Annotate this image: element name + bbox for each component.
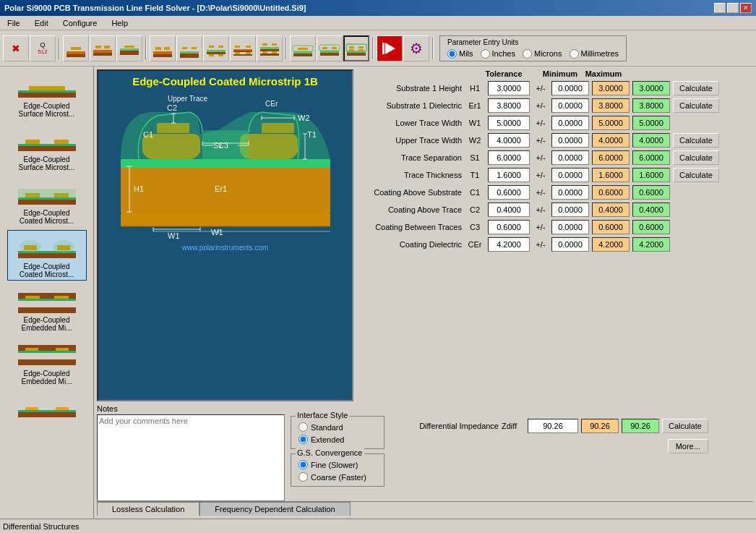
toolbar-btn-coated1[interactable]	[290, 35, 316, 61]
svg-rect-54	[347, 53, 366, 56]
tab-lossless[interactable]: Lossless Calculation	[97, 502, 199, 516]
param-input-4[interactable]	[488, 150, 530, 165]
svg-rect-30	[235, 52, 240, 54]
svg-rect-63	[54, 140, 69, 144]
toolbar-btn-coated3[interactable]	[343, 35, 369, 61]
svg-rect-64	[18, 144, 76, 146]
col-header-maximum: Maximum	[585, 69, 622, 78]
param-pm-4: +/-	[533, 153, 549, 162]
unit-microns[interactable]: Microns	[523, 49, 562, 59]
toolbar-btn-run[interactable]	[377, 35, 403, 61]
interface-extended[interactable]: Extended	[298, 435, 377, 444]
param-var-8: C3	[465, 223, 485, 231]
calc-btn-3[interactable]: Calculate	[673, 133, 719, 148]
tab-frequency[interactable]: Frequency Dependent Calculation	[199, 502, 350, 516]
svg-rect-39	[260, 54, 279, 56]
convergence-coarse[interactable]: Coarse (Faster)	[298, 472, 377, 482]
svg-rect-81	[18, 299, 76, 301]
toolbar-btn-diff3[interactable]	[203, 35, 229, 61]
sidebar-item-3[interactable]: Edge-CoupledCoated Microst...	[7, 230, 87, 281]
param-tol-4[interactable]	[551, 150, 589, 165]
calc-button-zdiff[interactable]: Calculate	[662, 419, 708, 433]
notes-textarea[interactable]	[97, 414, 285, 501]
minimize-button[interactable]: _	[714, 3, 726, 13]
param-input-9[interactable]	[488, 237, 530, 252]
interface-style-group: Interface Style Standard Extended	[291, 416, 385, 449]
param-input-1[interactable]	[488, 98, 530, 113]
convergence-fine[interactable]: Fine (Slower)	[298, 460, 377, 469]
param-tol-7[interactable]	[551, 202, 589, 217]
svg-rect-85	[56, 348, 69, 351]
param-max-5: 1.6000	[632, 168, 670, 182]
unit-inches[interactable]: Inches	[481, 49, 515, 59]
toolbar-btn-ms2[interactable]	[90, 35, 116, 61]
menu-file[interactable]: File	[3, 18, 25, 28]
svg-rect-87	[18, 359, 76, 365]
svg-text:C3: C3	[218, 141, 228, 150]
param-input-0[interactable]	[488, 81, 530, 95]
svg-rect-88	[18, 412, 76, 417]
toolbar-btn-ms1[interactable]	[63, 35, 89, 61]
toolbar-btn-cross[interactable]: ✖	[3, 35, 29, 61]
toolbar-btn-q512[interactable]: Q 512	[30, 35, 56, 61]
param-tol-2[interactable]	[551, 116, 589, 130]
interface-standard[interactable]: Standard	[298, 422, 377, 432]
calc-btn-4[interactable]: Calculate	[673, 150, 719, 165]
sidebar-item-2[interactable]: Edge-CoupledCoated Microst...	[7, 176, 87, 227]
toolbar-btn-diff2[interactable]	[176, 35, 202, 61]
param-tol-6[interactable]	[551, 185, 589, 200]
param-min-4: 6.0000	[592, 150, 630, 165]
param-tol-1[interactable]	[551, 98, 589, 113]
sidebar-item-5[interactable]: Edge-CoupledEmbedded Mi...	[7, 337, 87, 388]
param-var-6: C1	[465, 188, 485, 197]
svg-rect-84	[25, 348, 38, 351]
toolbar-btn-ms3[interactable]	[116, 35, 142, 61]
param-tol-8[interactable]	[551, 220, 589, 234]
sidebar-item-6[interactable]	[7, 391, 87, 425]
param-tol-5[interactable]	[551, 168, 589, 182]
unit-mils[interactable]: Mils	[447, 49, 473, 59]
calc-btn-0[interactable]: Calculate	[673, 81, 719, 95]
param-input-3[interactable]	[488, 133, 530, 148]
svg-rect-17	[192, 47, 197, 49]
menu-help[interactable]: Help	[107, 18, 132, 28]
sidebar-item-0[interactable]: Edge-CoupledSurface Microst...	[7, 69, 87, 120]
close-button[interactable]: ✕	[740, 3, 752, 13]
param-input-7[interactable]	[488, 202, 530, 217]
sidebar-item-4[interactable]: Edge-CoupledEmbedded Mi...	[7, 283, 87, 334]
param-input-5[interactable]	[488, 168, 530, 182]
menu-edit[interactable]: Edit	[30, 18, 53, 28]
param-pm-7: +/-	[533, 205, 549, 214]
param-input-8[interactable]	[488, 220, 530, 234]
diagram-title: Edge-Coupled Coated Microstrip 1B	[132, 75, 318, 88]
window-controls[interactable]: _ □ ✕	[714, 3, 752, 13]
param-var-5: T1	[465, 171, 485, 179]
svg-rect-9	[120, 51, 139, 53]
param-tol-3[interactable]	[551, 133, 589, 148]
toolbar-btn-diff4[interactable]	[230, 35, 256, 61]
svg-marker-56	[385, 43, 395, 54]
more-button[interactable]: More...	[668, 439, 708, 453]
svg-rect-50	[349, 46, 354, 48]
param-tol-9[interactable]	[551, 237, 589, 252]
more-button-container: More...	[398, 439, 708, 453]
toolbar-btn-diff5[interactable]	[257, 35, 283, 61]
restore-button[interactable]: □	[727, 3, 739, 13]
param-tol-0[interactable]	[551, 81, 589, 95]
unit-millimetres[interactable]: Millimetres	[570, 49, 619, 59]
svg-rect-37	[262, 51, 267, 54]
menu-configure[interactable]: Configure	[59, 18, 102, 28]
svg-rect-70	[18, 252, 76, 258]
toolbar-btn-settings[interactable]: ⚙	[403, 35, 429, 61]
calc-btn-5[interactable]: Calculate	[673, 168, 719, 182]
bottom-section: Notes Interface Style Standard Ex	[97, 404, 753, 501]
sidebar-item-1[interactable]: Edge-CoupledSurface Microst...	[7, 123, 87, 174]
menu-bar: File Edit Configure Help	[0, 16, 756, 30]
result-value-zdiff[interactable]	[528, 419, 578, 433]
param-input-6[interactable]	[488, 185, 530, 200]
calc-btn-1[interactable]: Calculate	[673, 98, 719, 113]
toolbar-btn-diff1[interactable]	[150, 35, 176, 61]
param-input-2[interactable]	[488, 116, 530, 130]
window-title: Polar Si9000 PCB Transmission Line Field…	[4, 4, 306, 12]
toolbar-btn-coated2[interactable]	[317, 35, 343, 61]
